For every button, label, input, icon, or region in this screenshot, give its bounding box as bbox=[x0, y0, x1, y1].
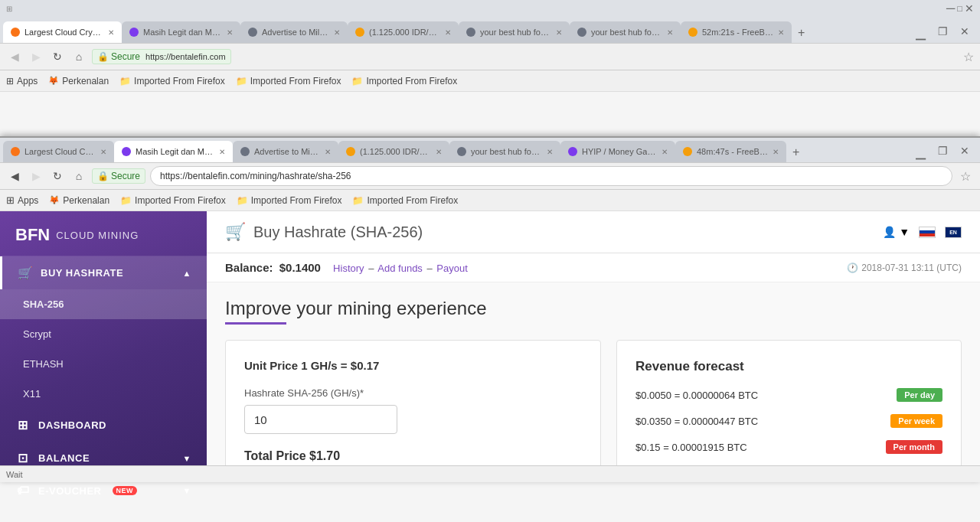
browser1-tab3[interactable]: Advertise to Millions ✕ bbox=[240, 21, 348, 43]
lock-icon-1: 🔒 bbox=[97, 51, 109, 62]
sidebar-item-x11[interactable]: X11 bbox=[0, 379, 207, 409]
forecast-formula-month: $0.15 = 0.00001915 BTC bbox=[635, 442, 747, 453]
forecast-row-week: $0.0350 = 0.00000447 BTC Per week bbox=[635, 414, 942, 428]
sidebar-item-balance[interactable]: ⊡ BALANCE ▼ bbox=[0, 442, 207, 475]
payout-link[interactable]: Payout bbox=[436, 263, 467, 274]
secure-badge-1: 🔒 Secure https://bentalefin.com bbox=[92, 49, 231, 64]
minimize-btn-2[interactable]: ⎯ bbox=[911, 139, 930, 162]
forward-btn-1[interactable]: ▶ bbox=[28, 48, 44, 65]
home-btn-2[interactable]: ⌂ bbox=[70, 168, 87, 184]
imported3-bookmark[interactable]: 📁 Imported From Firefox bbox=[351, 76, 457, 86]
purchase-panel: Unit Price 1 GH/s = $0.17 Hashrate SHA-2… bbox=[225, 340, 601, 465]
forecast-formula-day: $0.0050 = 0.00000064 BTC bbox=[635, 390, 758, 401]
restore-btn-2[interactable]: ❐ bbox=[933, 143, 952, 158]
perkenalan-bookmark-2[interactable]: 🦊 Perkenalan bbox=[49, 195, 109, 206]
apps-bookmark-2[interactable]: ⊞ Apps bbox=[6, 194, 38, 206]
forecast-row-day: $0.0050 = 0.00000064 BTC Per day bbox=[635, 388, 942, 402]
browser1-tab6[interactable]: your best hub for mal... ✕ bbox=[570, 21, 681, 43]
browser1-tab7[interactable]: 52m:21s - FreeBitco.i... ✕ bbox=[681, 21, 792, 43]
browser2-tab1[interactable]: Largest Cloud Crypto... ✕ bbox=[3, 141, 114, 162]
balance-info: Balance: $0.1400 History – Add funds – P… bbox=[225, 261, 468, 274]
reload-btn-1[interactable]: ↻ bbox=[49, 48, 66, 65]
browser2-tab7[interactable]: 48m:47s - FreeBitco.i... ✕ bbox=[675, 141, 786, 162]
forecast-title: Revenue forecast bbox=[635, 359, 942, 374]
sidebar-item-ethash[interactable]: ETHASH bbox=[0, 349, 207, 379]
perkenalan-icon-2: 🦊 bbox=[49, 195, 60, 205]
apps-bookmark[interactable]: ⊞ Apps bbox=[6, 76, 38, 86]
browser2-tab5[interactable]: your best hub for mak... ✕ bbox=[449, 141, 560, 162]
forecast-badge-week: Per week bbox=[890, 414, 942, 428]
revenue-forecast-panel: Revenue forecast $0.0050 = 0.00000064 BT… bbox=[616, 340, 962, 465]
main-content: 🛒 Buy Hashrate (SHA-256) 👤 ▼ EN bbox=[207, 211, 980, 465]
unit-price: Unit Price 1 GH/s = $0.17 bbox=[244, 359, 582, 372]
flag-russian[interactable] bbox=[919, 227, 936, 238]
secure-badge-2: 🔒 Secure bbox=[92, 168, 145, 184]
folder1-icon-2: 📁 bbox=[120, 195, 132, 206]
add-funds-link[interactable]: Add funds bbox=[377, 263, 423, 274]
forward-btn-2[interactable]: ▶ bbox=[28, 168, 44, 184]
title-underline bbox=[225, 322, 286, 325]
timestamp: 🕐 2018-07-31 13:11 (UTC) bbox=[847, 263, 962, 273]
imported3-bookmark-2[interactable]: 📁 Imported From Firefox bbox=[352, 195, 458, 206]
browser2-tab3[interactable]: Advertise to Millions ✕ bbox=[233, 141, 338, 162]
user-menu-btn[interactable]: 👤 ▼ bbox=[883, 226, 910, 238]
close-btn-2[interactable]: ✕ bbox=[956, 143, 974, 158]
sidebar-item-scrypt[interactable]: Scrypt bbox=[0, 319, 207, 349]
folder2-icon-2: 📁 bbox=[237, 195, 248, 206]
total-price: Total Price $1.70 bbox=[244, 449, 582, 463]
flag-english[interactable]: EN bbox=[945, 227, 962, 238]
browser2-tab4[interactable]: (1.125.000 IDR/LTC) l... ✕ bbox=[338, 141, 449, 162]
imported2-bookmark-2[interactable]: 📁 Imported From Firefox bbox=[237, 195, 342, 206]
cart-icon: 🛒 bbox=[18, 266, 33, 280]
page-title: 🛒 Buy Hashrate (SHA-256) bbox=[225, 222, 423, 242]
forecast-formula-week: $0.0350 = 0.00000447 BTC bbox=[635, 416, 758, 427]
folder2-icon: 📁 bbox=[236, 76, 247, 86]
sidebar-logo: BFN CLOUD MINING bbox=[0, 211, 207, 256]
close-btn-1[interactable]: ✕ bbox=[956, 24, 974, 39]
forecast-badge-day: Per day bbox=[897, 388, 942, 402]
history-link[interactable]: History bbox=[333, 263, 364, 274]
chevron-up-icon: ▲ bbox=[183, 269, 191, 278]
home-btn-1[interactable]: ⌂ bbox=[70, 48, 87, 65]
perkenalan-bookmark[interactable]: 🦊 Perkenalan bbox=[48, 76, 109, 86]
browser1-tab1[interactable]: Largest Cloud Crypto... ✕ bbox=[3, 21, 122, 43]
star-btn-2[interactable]: ☆ bbox=[957, 169, 974, 184]
imported1-bookmark-2[interactable]: 📁 Imported From Firefox bbox=[120, 195, 226, 206]
sidebar-item-buy-hashrate[interactable]: 🛒 BUY HASHRATE ▲ bbox=[0, 256, 207, 289]
balance-bar: Balance: $0.1400 History – Add funds – P… bbox=[207, 253, 980, 282]
hashrate-label: Hashrate SHA-256 (GH/s)* bbox=[244, 387, 582, 399]
page-header: 🛒 Buy Hashrate (SHA-256) 👤 ▼ EN bbox=[207, 211, 980, 253]
folder3-icon-2: 📁 bbox=[352, 195, 364, 206]
url-bar-2[interactable]: https://bentalefin.com/mining/hashrate/s… bbox=[150, 166, 952, 186]
reload-btn-2[interactable]: ↻ bbox=[49, 168, 66, 184]
sidebar: BFN CLOUD MINING 🛒 BUY HASHRATE ▲ SHA-25… bbox=[0, 211, 207, 465]
imported1-bookmark[interactable]: 📁 Imported From Firefox bbox=[119, 76, 225, 86]
restore-btn-1[interactable]: ❐ bbox=[933, 24, 952, 39]
browser1-tab4[interactable]: (1.125.000 IDR/LTC) l... ✕ bbox=[348, 21, 459, 43]
forecast-row-month: $0.15 = 0.00001915 BTC Per month bbox=[635, 440, 942, 454]
minimize-btn-1[interactable]: ⎯ bbox=[911, 20, 930, 43]
back-btn-1[interactable]: ◀ bbox=[6, 48, 23, 65]
browser2-tab6-money-game[interactable]: HYIP / Money Game /... ✕ bbox=[560, 141, 675, 162]
imported2-bookmark[interactable]: 📁 Imported From Firefox bbox=[236, 76, 341, 86]
chevron-down-icon-balance: ▼ bbox=[183, 454, 191, 463]
two-column-layout: Unit Price 1 GH/s = $0.17 Hashrate SHA-2… bbox=[225, 340, 962, 465]
sidebar-item-dashboard[interactable]: ⊞ DASHBOARD bbox=[0, 409, 207, 442]
browser2-tab2[interactable]: Masih Legit dan Memb... ✕ bbox=[114, 141, 233, 162]
user-dropdown-arrow: ▼ bbox=[899, 226, 910, 238]
balance-icon: ⊡ bbox=[15, 451, 31, 465]
new-tab-btn-2[interactable]: + bbox=[789, 142, 802, 162]
chevron-down-icon-evoucher: ▼ bbox=[183, 486, 191, 495]
hashrate-input[interactable] bbox=[244, 405, 397, 434]
back-btn-2[interactable]: ◀ bbox=[6, 168, 23, 184]
evoucher-icon: 🏷 bbox=[15, 484, 31, 498]
sidebar-item-evoucher[interactable]: 🏷 E-VOUCHER NEW ▼ bbox=[0, 475, 207, 507]
browser1-tab2[interactable]: Masih Legit dan Memb... ✕ bbox=[122, 21, 240, 43]
new-tab-btn[interactable]: + bbox=[795, 23, 808, 43]
star-btn-1[interactable]: ☆ bbox=[963, 50, 974, 64]
forecast-badge-month: Per month bbox=[886, 440, 942, 454]
clock-icon: 🕐 bbox=[847, 263, 858, 273]
browser1-tab5[interactable]: your best hub for mak... ✕ bbox=[459, 21, 570, 43]
cart-header-icon: 🛒 bbox=[225, 222, 246, 242]
sidebar-item-sha256[interactable]: SHA-256 bbox=[0, 289, 207, 319]
